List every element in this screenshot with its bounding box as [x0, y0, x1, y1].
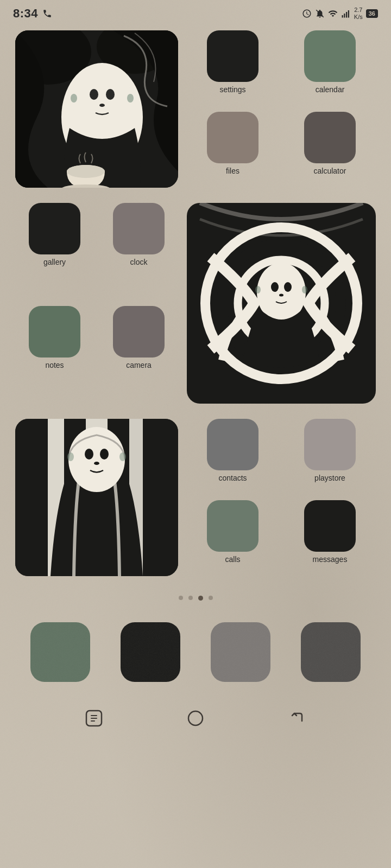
row-1: settings calendar files calculator	[15, 30, 376, 188]
status-bar: 8:34 2.7K/s 36	[0, 0, 391, 25]
calls-label: calls	[225, 555, 240, 564]
phone-icon	[42, 9, 52, 18]
svg-rect-4	[348, 10, 349, 18]
svg-point-14	[127, 94, 134, 103]
app-playstore[interactable]: playstore	[284, 419, 376, 495]
app-contacts[interactable]: contacts	[187, 419, 279, 495]
row-2: gallery clock notes camera	[15, 203, 376, 404]
dock-item-1[interactable]	[30, 622, 90, 682]
messages-label: messages	[313, 555, 348, 564]
calendar-label: calendar	[316, 85, 345, 94]
status-time: 8:34	[13, 7, 38, 21]
svg-point-30	[85, 449, 93, 459]
home-button[interactable]	[185, 708, 206, 729]
app-files[interactable]: files	[187, 112, 279, 188]
noface-swirl-widget[interactable]	[187, 203, 376, 404]
svg-rect-2	[344, 14, 345, 18]
messages-icon	[304, 500, 356, 552]
svg-point-29	[68, 427, 125, 492]
app-gallery[interactable]: gallery	[15, 203, 94, 301]
page-dot-2[interactable]	[188, 596, 193, 600]
calls-icon	[207, 500, 258, 552]
svg-point-12	[99, 104, 105, 107]
calculator-label: calculator	[314, 167, 346, 175]
playstore-label: playstore	[314, 474, 345, 482]
alarm-icon	[302, 9, 312, 18]
row-3: contacts playstore calls messages	[15, 419, 376, 576]
app-settings[interactable]: settings	[187, 30, 279, 106]
gallery-label: gallery	[43, 258, 66, 266]
back-button[interactable]	[84, 708, 104, 729]
recents-button[interactable]	[287, 708, 307, 729]
noface-tea-widget[interactable]	[15, 30, 178, 188]
svg-point-31	[100, 449, 109, 459]
page-dot-4[interactable]	[209, 596, 213, 600]
battery-indicator: 36	[366, 9, 378, 18]
playstore-icon	[304, 419, 356, 470]
app-calendar[interactable]: calendar	[284, 30, 376, 106]
dock-icon-2	[121, 622, 180, 682]
app-calls[interactable]: calls	[187, 500, 279, 576]
status-icons: 2.7K/s 36	[302, 7, 378, 21]
svg-point-34	[119, 452, 126, 461]
svg-point-9	[72, 66, 132, 136]
dock-icon-3	[211, 622, 270, 682]
dock-item-4[interactable]	[301, 622, 361, 682]
app-calculator[interactable]: calculator	[284, 112, 376, 188]
svg-point-23	[255, 286, 261, 293]
row3-icon-grid: contacts playstore calls messages	[187, 419, 376, 576]
notes-icon	[29, 306, 80, 358]
svg-point-10	[90, 89, 98, 100]
data-speed: 2.7K/s	[354, 7, 363, 21]
app-camera[interactable]: camera	[99, 306, 178, 404]
notes-label: notes	[45, 361, 64, 369]
svg-rect-1	[342, 15, 343, 18]
row1-icon-grid: settings calendar files calculator	[187, 30, 376, 188]
page-dot-1[interactable]	[179, 596, 183, 600]
svg-point-20	[271, 282, 279, 292]
home-screen: settings calendar files calculator galle…	[0, 25, 391, 622]
files-label: files	[226, 167, 239, 175]
camera-label: camera	[126, 361, 152, 369]
calendar-icon	[304, 30, 356, 82]
app-notes[interactable]: notes	[15, 306, 94, 404]
dock-icon-4	[301, 622, 361, 682]
svg-point-22	[279, 294, 283, 297]
dock-icon-1	[30, 622, 90, 682]
nav-bar	[0, 698, 391, 738]
bell-mute-icon	[315, 9, 325, 18]
page-indicators	[15, 596, 376, 601]
svg-point-21	[284, 282, 292, 292]
row2-icon-grid: gallery clock notes camera	[15, 203, 178, 404]
wifi-icon	[328, 9, 338, 18]
contacts-label: contacts	[218, 474, 247, 482]
svg-point-16	[67, 165, 105, 178]
clock-icon	[113, 203, 165, 254]
calculator-icon	[304, 112, 356, 163]
svg-point-36	[188, 711, 203, 725]
signal-icon	[341, 9, 351, 18]
camera-icon	[113, 306, 165, 358]
noface-standing-widget[interactable]	[15, 419, 178, 576]
svg-point-11	[106, 89, 115, 100]
svg-rect-3	[346, 12, 347, 18]
settings-icon	[207, 30, 258, 82]
gallery-icon	[29, 203, 80, 254]
svg-point-33	[67, 452, 74, 461]
files-icon	[207, 112, 258, 163]
clock-label: clock	[130, 258, 148, 266]
contacts-icon	[207, 419, 258, 470]
svg-point-32	[94, 462, 99, 465]
svg-point-13	[71, 94, 77, 103]
dock-item-3[interactable]	[211, 622, 270, 682]
app-messages[interactable]: messages	[284, 500, 376, 576]
app-clock[interactable]: clock	[99, 203, 178, 301]
page-dot-3[interactable]	[198, 596, 203, 601]
settings-label: settings	[219, 85, 245, 94]
dock	[0, 622, 391, 693]
dock-item-2[interactable]	[121, 622, 180, 682]
svg-point-24	[302, 286, 307, 293]
